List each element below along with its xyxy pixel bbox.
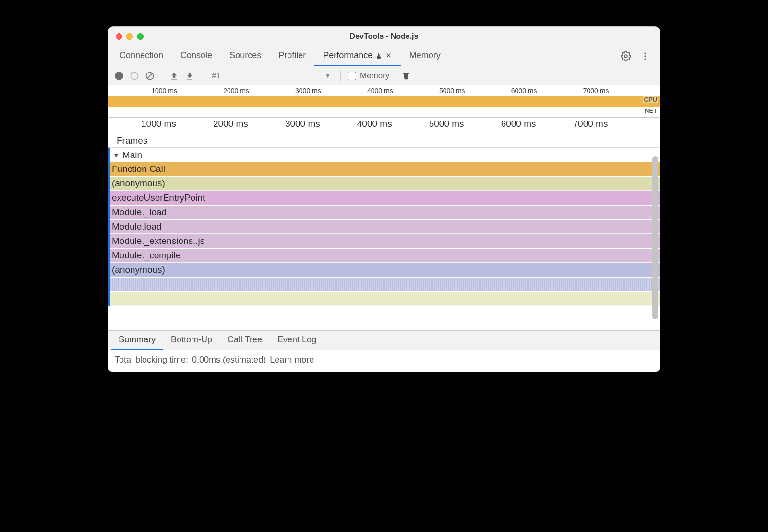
- flame-bar[interactable]: executeUserEntryPoint: [110, 191, 660, 205]
- zoom-window-button[interactable]: [137, 33, 144, 40]
- ruler-tick: 2000 ms: [213, 119, 252, 129]
- scrollbar-thumb[interactable]: [652, 156, 658, 319]
- flame-row[interactable]: (anonymous): [110, 263, 660, 277]
- flame-row[interactable]: executeUserEntryPoint: [110, 191, 660, 205]
- detail-tab-bottom-up[interactable]: Bottom-Up: [163, 331, 220, 350]
- minimize-window-button[interactable]: [126, 33, 133, 40]
- overview-tick: 1000 ms: [180, 85, 209, 96]
- flame-bar[interactable]: Module._load: [110, 206, 660, 219]
- frames-section-header[interactable]: Frames: [108, 133, 660, 147]
- tbt-value: 0.00ms (estimated): [192, 355, 266, 365]
- load-profile-icon[interactable]: [169, 71, 180, 81]
- svg-point-0: [624, 55, 627, 58]
- reload-icon[interactable]: [129, 71, 140, 81]
- tab-memory[interactable]: Memory: [401, 46, 449, 66]
- flame-rows[interactable]: Function Call(anonymous)executeUserEntry…: [108, 162, 660, 306]
- detail-tab-call-tree[interactable]: Call Tree: [220, 331, 270, 350]
- close-tab-icon[interactable]: ×: [385, 50, 392, 60]
- flame-row[interactable]: Module._compile: [110, 248, 660, 263]
- memory-checkbox[interactable]: Memory: [348, 71, 389, 81]
- kebab-menu-icon[interactable]: [640, 51, 650, 61]
- save-profile-icon[interactable]: [184, 71, 195, 81]
- grid-line: [180, 118, 180, 330]
- flame-bar[interactable]: [110, 278, 660, 291]
- svg-point-1: [644, 52, 646, 54]
- flame-row[interactable]: Function Call: [110, 162, 660, 176]
- overview-net-label: NET: [644, 107, 658, 114]
- tab-label: Profiler: [278, 50, 306, 60]
- tab-label: Memory: [409, 50, 441, 60]
- flame-bar[interactable]: (anonymous): [110, 263, 660, 277]
- flame-bar[interactable]: (anonymous): [110, 177, 660, 190]
- grid-line: [612, 118, 612, 330]
- overview-tick: 5000 ms: [468, 85, 497, 96]
- flame-row[interactable]: Module._extensions..js: [110, 234, 660, 248]
- overview-strip[interactable]: 1000 ms2000 ms3000 ms4000 ms5000 ms6000 …: [108, 85, 660, 118]
- performance-body: 1000 ms2000 ms3000 ms4000 ms5000 ms6000 …: [108, 85, 660, 372]
- overview-tick-label: 5000 ms: [439, 87, 468, 95]
- flame-bar[interactable]: Function Call: [110, 162, 660, 176]
- flame-ruler[interactable]: 1000 ms2000 ms3000 ms4000 ms5000 ms6000 …: [108, 118, 660, 133]
- overview-tick-label: 4000 ms: [367, 87, 396, 95]
- panel-tab-actions: [612, 46, 657, 66]
- overview-tick-label: 6000 ms: [511, 87, 540, 95]
- tab-profiler[interactable]: Profiler: [270, 46, 314, 66]
- overview-tick: 2000 ms: [252, 85, 281, 96]
- flame-bar[interactable]: Module._compile: [110, 249, 660, 262]
- overview-tick: 6000 ms: [540, 85, 569, 96]
- learn-more-link[interactable]: Learn more: [270, 355, 314, 365]
- divider: [340, 71, 341, 81]
- garbage-collect-icon[interactable]: [401, 71, 411, 81]
- detail-tab-summary[interactable]: Summary: [111, 331, 163, 350]
- window-title: DevTools - Node.js: [108, 32, 660, 41]
- tab-label: Performance: [323, 50, 372, 60]
- svg-line-5: [147, 73, 153, 79]
- svg-rect-6: [171, 79, 177, 80]
- flask-icon: [375, 52, 382, 60]
- main-section-header[interactable]: ▼ Main: [108, 147, 660, 162]
- overview-tick-label: 1000 ms: [151, 87, 180, 95]
- tab-console[interactable]: Console: [172, 46, 221, 66]
- flame-row[interactable]: [110, 291, 660, 306]
- flame-bar-label: (anonymous): [112, 265, 165, 275]
- flame-bar-label: (anonymous): [112, 178, 165, 189]
- clear-icon[interactable]: [144, 71, 155, 81]
- flame-bar[interactable]: Module._extensions..js: [110, 234, 660, 248]
- tab-performance[interactable]: Performance×: [314, 46, 401, 66]
- record-button[interactable]: [114, 71, 124, 81]
- flame-row[interactable]: (anonymous): [110, 176, 660, 191]
- tab-sources[interactable]: Sources: [221, 46, 270, 66]
- close-window-button[interactable]: [116, 33, 122, 40]
- overview-tick-label: 3000 ms: [295, 87, 324, 95]
- flame-bar-label: Module.load: [112, 221, 162, 232]
- detail-tab-event-log[interactable]: Event Log: [270, 331, 324, 350]
- svg-rect-7: [187, 79, 192, 80]
- traffic-lights: [108, 33, 144, 40]
- overview-cpu-track[interactable]: CPU: [108, 96, 660, 107]
- tab-connection[interactable]: Connection: [111, 46, 172, 66]
- main-section-label: Main: [122, 150, 142, 160]
- flame-bar-label: Module._compile: [112, 250, 181, 261]
- flame-chart[interactable]: 1000 ms2000 ms3000 ms4000 ms5000 ms6000 …: [108, 118, 660, 330]
- tbt-prefix: Total blocking time:: [115, 355, 188, 365]
- flame-row[interactable]: Module.load: [110, 219, 660, 234]
- divider: [202, 71, 202, 81]
- summary-body: Total blocking time: 0.00ms (estimated) …: [108, 350, 660, 372]
- grid-line: [252, 118, 252, 330]
- ruler-tick: 5000 ms: [429, 119, 468, 129]
- recording-selector-label: #1: [212, 71, 221, 81]
- chevron-down-icon: ▼: [325, 73, 331, 79]
- flame-bar[interactable]: [110, 292, 660, 305]
- flame-bar-label: Module._load: [112, 207, 167, 218]
- flame-bar[interactable]: Module.load: [110, 220, 660, 233]
- recording-selector[interactable]: #1 ▼: [209, 71, 334, 81]
- vertical-scrollbar[interactable]: [651, 118, 659, 330]
- settings-icon[interactable]: [621, 51, 631, 61]
- memory-checkbox-label: Memory: [360, 71, 389, 81]
- checkbox-icon: [348, 72, 356, 80]
- flame-row[interactable]: [110, 277, 660, 291]
- overview-ruler[interactable]: 1000 ms2000 ms3000 ms4000 ms5000 ms6000 …: [108, 85, 660, 96]
- flame-row[interactable]: Module._load: [110, 205, 660, 219]
- overview-net-track[interactable]: NET: [108, 107, 660, 117]
- tab-label: Connection: [120, 50, 163, 60]
